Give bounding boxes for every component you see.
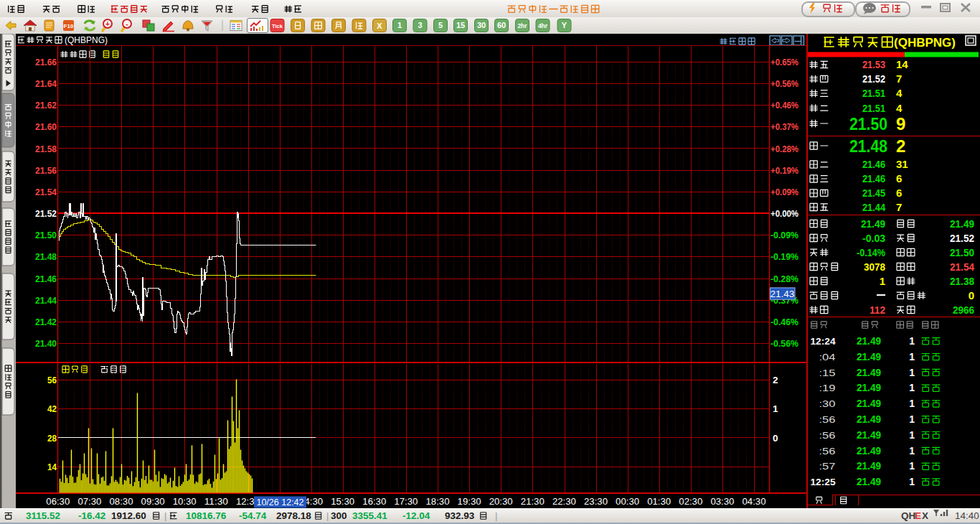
svg-text:1: 1 [909,382,915,393]
svg-text:21.49: 21.49 [857,381,881,393]
svg-text:21.50: 21.50 [950,246,974,258]
svg-text:932.93: 932.93 [445,510,475,521]
svg-text:18:30: 18:30 [426,496,450,507]
svg-text:21.46: 21.46 [862,172,885,184]
svg-text:21.54: 21.54 [35,187,57,197]
svg-text:9: 9 [896,114,905,134]
svg-text:10816.76: 10816.76 [186,510,227,521]
svg-text:12:24: 12:24 [811,336,836,347]
svg-text:-: - [126,20,128,28]
svg-text:3078: 3078 [864,261,885,273]
svg-text:1: 1 [909,460,915,472]
svg-text:-0.46%: -0.46% [771,317,798,327]
svg-text:21.49: 21.49 [857,350,881,362]
svg-text:42: 42 [47,403,57,414]
svg-text:QH: QH [901,510,915,521]
svg-text:12:25: 12:25 [811,477,836,487]
svg-text:F10: F10 [64,23,74,29]
svg-text:11:30: 11:30 [204,496,228,507]
svg-text:01:30: 01:30 [647,496,671,507]
svg-text:1912.60: 1912.60 [111,510,146,521]
svg-text:21.60: 21.60 [35,121,57,132]
svg-text:4: 4 [896,102,903,114]
svg-text:-0.19%: -0.19% [771,251,798,262]
svg-text:300: 300 [331,510,347,521]
svg-text:2hr: 2hr [517,22,527,29]
svg-text:0: 0 [773,433,778,444]
svg-text:21.49: 21.49 [857,366,881,378]
svg-text:21.49: 21.49 [950,217,974,230]
svg-text:03:30: 03:30 [710,496,734,507]
svg-text:+0.46%: +0.46% [771,100,798,111]
svg-text:21.45: 21.45 [862,187,885,199]
svg-text:1: 1 [773,403,778,414]
svg-text:21.53: 21.53 [862,58,885,70]
svg-text:21.51: 21.51 [862,87,885,99]
svg-text:1: 1 [880,275,885,287]
svg-text:21.66: 21.66 [35,57,57,67]
svg-text:6: 6 [896,187,902,199]
svg-text:21.52: 21.52 [35,208,57,219]
svg-text:1: 1 [397,21,402,29]
svg-text:21.50: 21.50 [849,114,887,134]
svg-text:21.38: 21.38 [950,275,974,287]
svg-text:+0.56%: +0.56% [771,78,798,89]
svg-text:23:30: 23:30 [584,496,608,507]
svg-text:2: 2 [896,136,905,156]
svg-text::56: :56 [819,414,836,425]
svg-text:+: + [105,20,110,28]
svg-text:|: | [164,510,166,521]
svg-text:10:30: 10:30 [173,496,197,507]
svg-text:15:30: 15:30 [331,496,354,507]
svg-text:20:30: 20:30 [489,496,513,507]
svg-text:21.48: 21.48 [35,251,57,262]
svg-text:21.50: 21.50 [35,230,57,240]
svg-text:X: X [377,22,382,30]
svg-text:-0.56%: -0.56% [771,338,798,349]
svg-text:21.64: 21.64 [35,78,57,89]
svg-text:21.51: 21.51 [862,102,885,114]
svg-text:3355.41: 3355.41 [352,510,387,521]
svg-text:02:30: 02:30 [679,496,702,507]
svg-text:21.40: 21.40 [35,338,57,349]
svg-text:7: 7 [896,201,902,213]
svg-text:+0.19%: +0.19% [771,165,798,176]
svg-text:09:30: 09:30 [141,496,165,507]
svg-text:4: 4 [896,87,903,99]
svg-text::57: :57 [819,461,836,472]
svg-text:-0.09%: -0.09% [771,230,798,240]
svg-text:60: 60 [497,21,506,29]
svg-text:+0.09%: +0.09% [771,187,798,197]
svg-text:15: 15 [456,21,465,29]
svg-text:08:30: 08:30 [110,496,133,507]
svg-text:0: 0 [969,289,974,301]
svg-text:21:30: 21:30 [521,496,545,507]
svg-text:2966: 2966 [953,304,974,316]
svg-text:6: 6 [896,172,902,184]
svg-text:1: 1 [909,445,915,457]
svg-text:21.49: 21.49 [857,459,881,472]
svg-text:17:30: 17:30 [394,496,418,507]
svg-text:21.49: 21.49 [857,429,881,441]
svg-text:(QHBPNG): (QHBPNG) [894,36,956,50]
svg-text:21.58: 21.58 [35,144,57,154]
svg-text:Y: Y [562,21,567,29]
svg-text:-16.42: -16.42 [78,510,105,521]
svg-text::04: :04 [819,352,837,362]
svg-text:21.44: 21.44 [35,295,57,306]
svg-text::56: :56 [819,446,836,457]
svg-text:4hr: 4hr [538,22,548,29]
svg-text:21.49: 21.49 [857,444,881,457]
svg-text:21.48: 21.48 [849,136,887,156]
svg-text:3115.52: 3115.52 [26,510,60,521]
svg-text:-54.74: -54.74 [239,510,267,521]
svg-text:21.49: 21.49 [857,475,881,487]
svg-text:21.56: 21.56 [35,165,57,176]
svg-text:00:30: 00:30 [616,496,639,507]
svg-text:5: 5 [438,21,443,29]
svg-text:1: 1 [909,351,915,362]
svg-text:21.52: 21.52 [862,72,885,85]
svg-text:07:30: 07:30 [77,496,101,507]
svg-text:14:40: 14:40 [955,510,979,521]
svg-text:21.62: 21.62 [35,100,57,111]
